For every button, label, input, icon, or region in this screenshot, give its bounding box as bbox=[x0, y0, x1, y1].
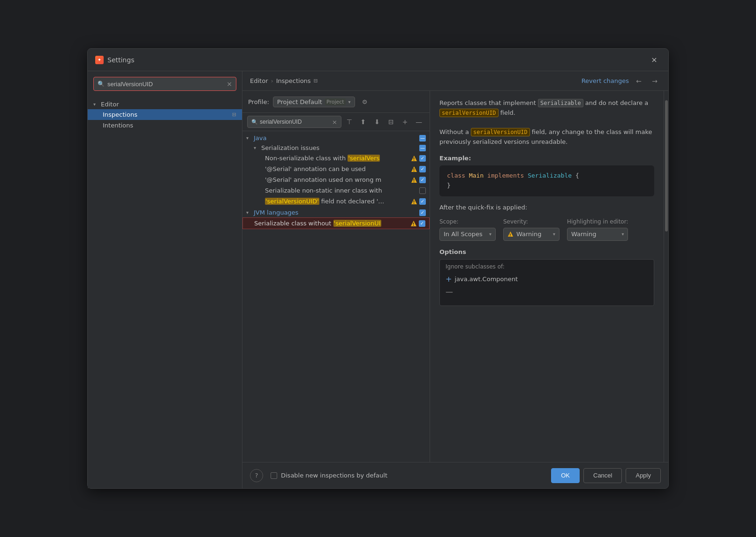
options-box: Ignore subclasses of: + java.awt.Compone… bbox=[439, 259, 654, 306]
settings-search-box[interactable]: 🔍 × bbox=[93, 77, 236, 91]
profile-gear-icon[interactable]: ⚙ bbox=[359, 96, 371, 108]
breadcrumb-actions: Revert changes ← → bbox=[582, 75, 661, 87]
options-title: Options bbox=[439, 248, 654, 255]
list-item[interactable]: Non-serializable class with 'serialVers … bbox=[250, 153, 430, 164]
apply-button[interactable]: Apply bbox=[626, 468, 661, 483]
app-icon: ✦ bbox=[95, 56, 104, 64]
serialization-subgroup-header[interactable]: ▾ Serialization issues — bbox=[250, 143, 430, 153]
dialog-body: 🔍 × ▾ Editor Inspections ⊟ Intentions bbox=[88, 71, 668, 488]
nav-back-button[interactable]: ← bbox=[633, 75, 645, 87]
java-group: ▾ Java — ▾ Serialization issues — bbox=[242, 133, 430, 207]
scope-select[interactable]: In All Scopes ▾ bbox=[439, 228, 496, 241]
breadcrumb-bar: Editor › Inspections ⊟ Revert changes ← … bbox=[242, 71, 668, 91]
filter-clear-icon[interactable]: × bbox=[332, 119, 337, 126]
highlighting-value: Warning bbox=[571, 231, 596, 238]
sidebar-item-inspections[interactable]: Inspections ⊟ bbox=[88, 109, 242, 120]
svg-text:!: ! bbox=[413, 201, 415, 205]
java-group-header[interactable]: ▾ Java — bbox=[242, 133, 430, 143]
profile-row: Profile: Project Default Project ▾ ⚙ bbox=[242, 91, 430, 113]
add-option-button[interactable]: + bbox=[446, 275, 452, 283]
close-button[interactable]: × bbox=[648, 53, 661, 67]
editor-group-label: Editor bbox=[101, 101, 119, 108]
serialization-subgroup-checkbox[interactable]: — bbox=[419, 145, 426, 151]
list-item[interactable]: Serializable non-static inner class with bbox=[250, 185, 430, 196]
sidebar-item-intentions[interactable]: Intentions bbox=[88, 120, 242, 131]
highlighting-select[interactable]: Warning ▾ bbox=[567, 228, 628, 241]
search-clear-icon[interactable]: × bbox=[227, 80, 232, 88]
inspection-tree-list: ▾ Java — ▾ Serialization issues — bbox=[242, 131, 430, 462]
settings-dialog: ✦ Settings × 🔍 × ▾ Editor Inspections bbox=[87, 48, 669, 489]
item-checkbox[interactable]: ✓ bbox=[419, 166, 426, 172]
inspection-filter-search[interactable]: 🔍 × bbox=[247, 116, 341, 128]
list-item[interactable]: '@Serial' annotation can be used ! ✓ bbox=[250, 164, 430, 174]
description-text: Reports classes that implement Serializa… bbox=[439, 98, 654, 147]
item-checkbox[interactable]: ✓ bbox=[419, 155, 426, 162]
jvm-expand-arrow-icon: ▾ bbox=[246, 210, 252, 215]
sort-up-button[interactable]: ⬆ bbox=[357, 116, 370, 128]
list-item[interactable]: '@Serial' annotation used on wrong m ! ✓ bbox=[250, 174, 430, 185]
svg-text:!: ! bbox=[413, 168, 415, 172]
svg-text:!: ! bbox=[413, 223, 415, 227]
item-checkbox[interactable] bbox=[419, 187, 426, 194]
filter-row: 🔍 × ⊤ ⬆ ⬇ ⊟ + — bbox=[242, 113, 430, 131]
java-group-checkbox[interactable]: — bbox=[419, 135, 426, 142]
nav-forward-button[interactable]: → bbox=[649, 75, 661, 87]
svuid-code: serialVersionUID bbox=[439, 109, 499, 117]
cancel-button[interactable]: Cancel bbox=[583, 468, 622, 483]
dropdown-arrow-icon: ▾ bbox=[348, 99, 351, 104]
example-label: Example: bbox=[439, 155, 654, 162]
ignore-subclasses-label: Ignore subclasses of: bbox=[446, 263, 648, 270]
inspection-search-input[interactable] bbox=[260, 119, 330, 125]
warning-icon: ! bbox=[411, 166, 417, 172]
search-icon: 🔍 bbox=[98, 81, 105, 87]
disable-new-inspections-checkbox[interactable] bbox=[271, 472, 277, 479]
intentions-label: Intentions bbox=[103, 122, 236, 129]
remove-option-button[interactable]: — bbox=[446, 287, 453, 296]
item-checkbox[interactable]: ✓ bbox=[419, 220, 425, 227]
scope-label: Scope: bbox=[439, 218, 496, 225]
sort-down-button[interactable]: ⬇ bbox=[371, 116, 383, 128]
item-checkbox[interactable]: ✓ bbox=[419, 198, 426, 205]
highlighting-setting: Highlighting in editor: Warning ▾ bbox=[567, 218, 628, 241]
action-buttons: OK Cancel Apply bbox=[551, 468, 661, 483]
expand-all-button[interactable]: + bbox=[399, 116, 411, 128]
settings-row: Scope: In All Scopes ▾ Severity: ! Warni… bbox=[439, 218, 654, 241]
jvm-group-header[interactable]: ▾ JVM languages ✓ bbox=[242, 208, 430, 217]
list-item[interactable]: Serializable class without 'serialVersio… bbox=[242, 217, 430, 229]
filter-search-icon: 🔍 bbox=[251, 119, 258, 125]
title-bar: ✦ Settings × bbox=[88, 49, 668, 71]
options-section: Options Ignore subclasses of: + java.awt… bbox=[439, 248, 654, 306]
editor-group-header[interactable]: ▾ Editor bbox=[88, 99, 242, 109]
inspections-panel: Profile: Project Default Project ▾ ⚙ 🔍 bbox=[242, 91, 430, 462]
left-panel: 🔍 × ▾ Editor Inspections ⊟ Intentions bbox=[88, 71, 242, 488]
item-checkbox[interactable]: ✓ bbox=[419, 177, 426, 183]
breadcrumb-tab-icon: ⊟ bbox=[314, 78, 318, 84]
java-expand-arrow-icon: ▾ bbox=[246, 135, 252, 141]
item-label: Serializable non-static inner class with bbox=[265, 187, 417, 194]
panel-icon: ⊟ bbox=[232, 112, 236, 118]
serialization-expand-arrow-icon: ▾ bbox=[254, 145, 259, 150]
svg-text:!: ! bbox=[509, 233, 511, 237]
warning-icon: ! bbox=[411, 177, 417, 183]
help-button[interactable]: ? bbox=[250, 469, 263, 482]
revert-changes-button[interactable]: Revert changes bbox=[582, 77, 629, 84]
warning-icon: ! bbox=[410, 220, 417, 227]
item-label: 'serialVersionUID' field not declared '… bbox=[265, 198, 409, 205]
bottom-bar: ? Disable new inspections by default OK … bbox=[242, 462, 668, 488]
example-section: Example: class Main implements Serializa… bbox=[439, 155, 654, 196]
settings-search-input[interactable] bbox=[107, 81, 224, 88]
severity-select[interactable]: ! Warning ▾ bbox=[503, 228, 559, 241]
jvm-group-checkbox[interactable]: ✓ bbox=[419, 209, 426, 216]
settings-tree: ▾ Editor Inspections ⊟ Intentions bbox=[88, 97, 242, 488]
profile-tag: Project bbox=[325, 98, 346, 105]
jvm-group-label: JVM languages bbox=[254, 209, 298, 216]
filter-button[interactable]: ⊤ bbox=[343, 116, 355, 128]
right-scrollbar[interactable] bbox=[664, 91, 668, 462]
remove-button[interactable]: — bbox=[413, 116, 425, 128]
ok-button[interactable]: OK bbox=[551, 468, 580, 483]
collapse-all-button[interactable]: ⊟ bbox=[385, 116, 397, 128]
profile-select[interactable]: Project Default Project ▾ bbox=[273, 97, 355, 107]
scope-value: In All Scopes bbox=[444, 231, 483, 238]
list-item[interactable]: 'serialVersionUID' field not declared '…… bbox=[250, 196, 430, 207]
breadcrumb: Editor › Inspections ⊟ bbox=[250, 77, 318, 84]
